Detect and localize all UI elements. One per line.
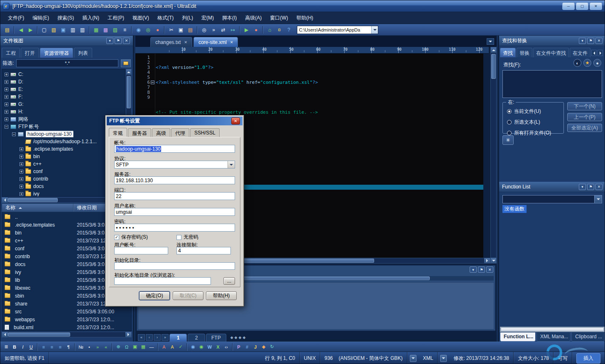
panel-menu-icon[interactable]: ▾ — [106, 38, 113, 44]
close-icon[interactable]: ✕ — [595, 184, 603, 190]
tab-xml-manager[interactable]: XML Mana... — [536, 332, 571, 342]
tab-close-icon[interactable]: ✕ — [230, 40, 233, 44]
nav-back-icon[interactable]: ◀ — [17, 25, 25, 34]
find-icon[interactable]: ◎ — [200, 25, 208, 34]
panel-menu-icon[interactable]: ▾ — [579, 38, 586, 44]
port-field[interactable]: 22 — [114, 192, 235, 200]
expand-icon[interactable] — [5, 117, 8, 121]
user-account-field[interactable] — [114, 247, 168, 254]
scroll-down-arrow[interactable] — [491, 258, 496, 263]
html-home-icon[interactable]: ⌂ — [265, 25, 274, 34]
numbered-list-icon[interactable]: № — [77, 343, 85, 351]
file-row[interactable]: webapps2013/7/23 12:0... — [2, 315, 131, 323]
minimize-button[interactable]: ─ — [562, 2, 575, 10]
expand-icon[interactable] — [20, 177, 23, 181]
select-all-button[interactable]: 全部选定(A) — [567, 124, 602, 132]
find-replace-header[interactable]: 查找和替换 ▾ ⚑ ✕ — [499, 36, 605, 46]
bullet-list-icon[interactable]: • — [86, 343, 93, 351]
browser-view-icon[interactable]: ◉ — [134, 25, 143, 34]
scrollbar-thumb[interactable] — [127, 76, 131, 108]
collapse-icon[interactable] — [12, 132, 16, 136]
tree-item-drive-h[interactable]: H: — [2, 108, 125, 115]
expand-icon[interactable] — [5, 95, 8, 99]
menu-view[interactable]: 视图(V) — [128, 12, 153, 24]
file-row-build-xml[interactable]: build.xml2013/7/23 12:0... — [2, 323, 131, 331]
print-icon[interactable]: ▥ — [69, 25, 77, 34]
radio-selected-text[interactable] — [507, 120, 512, 125]
function-list-header[interactable]: Function List ▾ ⚑ ✕ — [499, 182, 605, 192]
ok-button[interactable]: 确定(O) — [139, 291, 170, 300]
expand-icon[interactable] — [5, 110, 8, 114]
php-tools-icon[interactable]: P — [235, 343, 242, 351]
panel-menu-icon[interactable]: ▾ — [470, 266, 477, 273]
editor-vertical-scrollbar[interactable] — [490, 47, 497, 264]
save-password-checkbox[interactable] — [114, 235, 119, 240]
open-file-icon[interactable]: ▧ — [49, 25, 58, 34]
paste-icon[interactable]: ▤ — [186, 25, 195, 34]
expand-icon[interactable] — [5, 73, 8, 76]
radio-all-open-files[interactable] — [507, 131, 512, 135]
web-tools-icon[interactable]: ◉ — [198, 343, 205, 351]
menu-insert[interactable]: 插入(N) — [78, 12, 103, 24]
find-settings-button[interactable]: ✳ — [502, 135, 514, 145]
help-button[interactable]: 帮助(H) — [206, 291, 237, 300]
tab-server[interactable]: 服务器 — [128, 128, 151, 137]
new-file-icon[interactable]: ▤ — [3, 25, 12, 34]
filter-input[interactable]: *.* — [16, 59, 118, 67]
tips-icon[interactable]: ¤ — [275, 25, 284, 34]
expand-icon[interactable] — [20, 162, 23, 166]
pin-icon[interactable]: ⚑ — [478, 266, 485, 273]
tab-ssh-ssl[interactable]: SSH/SSL — [190, 128, 220, 137]
status-insert-mode[interactable]: 插入 — [576, 353, 600, 364]
menu-window[interactable]: 窗口(W) — [266, 12, 292, 24]
scrollbar-thumb[interactable] — [501, 327, 604, 331]
dialog-close-button[interactable]: ✕ — [231, 117, 240, 125]
page-tab-ftp[interactable]: FTP — [206, 334, 226, 342]
tab-explorer[interactable]: 资源管理器 — [40, 48, 73, 58]
insert-image-icon[interactable]: ▣ — [131, 343, 139, 351]
align-right-icon[interactable]: ≡ — [56, 343, 64, 351]
close-icon[interactable]: ✕ — [595, 38, 603, 44]
tab-clipboard[interactable]: Clipboard ... — [571, 332, 605, 342]
tab-function-list[interactable]: Function L... — [500, 332, 536, 342]
tab-scroll-right-icon[interactable] — [598, 50, 603, 56]
menu-advanced[interactable]: 高级(A) — [241, 12, 266, 24]
username-field[interactable]: umgsai — [114, 208, 235, 216]
live-preview-icon[interactable]: ◎ — [144, 25, 152, 34]
nav-forward-icon[interactable]: ▶ — [26, 25, 35, 34]
insert-table-icon[interactable]: ▦ — [140, 343, 147, 351]
tab-changes-txt[interactable]: changes.txt ✕ — [150, 37, 192, 47]
status-syntax[interactable]: XML — [419, 352, 438, 364]
menu-macro[interactable]: 宏(M) — [197, 12, 218, 24]
scroll-up-arrow[interactable] — [491, 47, 496, 53]
find-next-button[interactable]: 下一个(N) — [567, 102, 602, 110]
pin-icon[interactable]: ⚑ — [115, 38, 122, 44]
pin-icon[interactable]: ⚑ — [587, 38, 594, 44]
refresh-icon[interactable]: ↻ — [268, 343, 276, 351]
expand-icon[interactable] — [20, 185, 23, 188]
tab-replace-in-files[interactable]: 在文件 — [570, 48, 590, 57]
favorites-icon[interactable]: ★ — [583, 59, 591, 67]
save-password-option[interactable]: 保存密码(S) — [114, 234, 148, 241]
expand-icon[interactable] — [5, 80, 8, 84]
pin-icon[interactable]: ⚑ — [587, 184, 594, 190]
panel-menu-icon[interactable]: ▾ — [579, 184, 586, 190]
scrollbar-thumb[interactable] — [491, 54, 496, 79]
column-name[interactable]: 名称 — [2, 204, 73, 212]
init-local-dir-field[interactable] — [114, 277, 211, 285]
insert-anchor-icon[interactable]: Ω — [123, 343, 130, 351]
save-icon[interactable]: ▣ — [59, 25, 68, 34]
expand-icon[interactable] — [20, 147, 23, 151]
menu-file[interactable]: 文件(F) — [4, 12, 28, 24]
cancel-button[interactable]: 取消(C) — [173, 291, 203, 300]
tree-item-drive-f[interactable]: F: — [2, 93, 125, 100]
print-preview-icon[interactable]: ▥ — [78, 25, 87, 34]
record-macro-icon[interactable]: ● — [252, 25, 260, 34]
excel-file-icon[interactable]: X — [214, 343, 222, 351]
panel-scrollbar[interactable] — [500, 327, 605, 332]
menu-search[interactable]: 搜索(S) — [53, 12, 78, 24]
code-fold-icon[interactable] — [151, 81, 154, 84]
word-file-icon[interactable]: W — [206, 343, 213, 351]
history-icon[interactable]: ● — [593, 59, 601, 67]
combo-dropdown-arrow[interactable] — [594, 195, 602, 203]
